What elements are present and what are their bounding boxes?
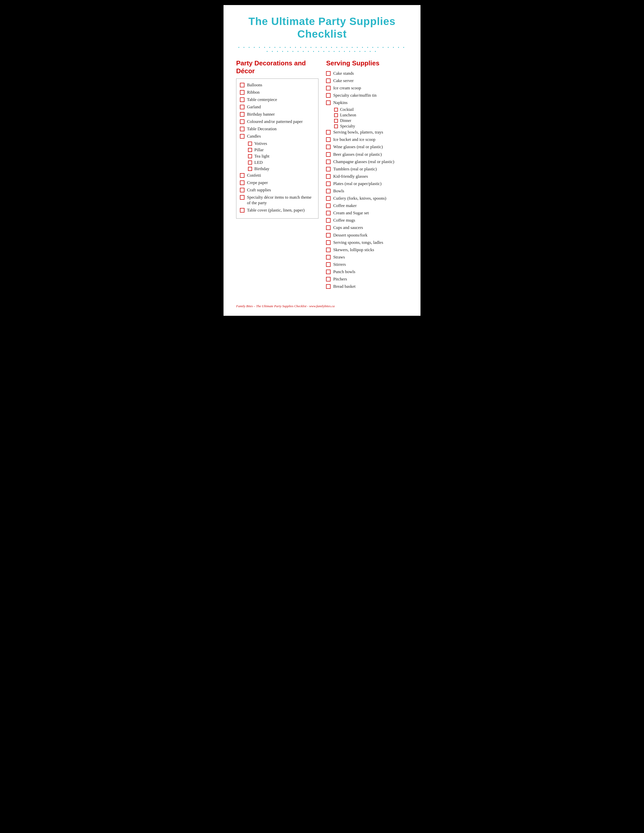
list-item[interactable]: Cake server: [326, 78, 408, 84]
list-item[interactable]: Cream and Sugar set: [326, 210, 408, 216]
list-item[interactable]: Votives: [248, 141, 314, 146]
list-item[interactable]: LED: [248, 160, 314, 165]
list-item[interactable]: Bread basket: [326, 284, 408, 289]
list-item[interactable]: Balloons: [240, 82, 314, 88]
checkbox-candles[interactable]: [240, 134, 245, 138]
checkbox-balloons[interactable]: [240, 83, 245, 87]
checkbox-cake-stands[interactable]: [326, 71, 331, 76]
list-item[interactable]: Punch bowls: [326, 269, 408, 275]
list-item[interactable]: Cups and saucers: [326, 225, 408, 230]
checkbox-specialty-cake[interactable]: [326, 93, 331, 98]
checkbox-pillar[interactable]: [248, 148, 252, 152]
checkbox-ice-cream-scoop[interactable]: [326, 86, 331, 90]
list-item[interactable]: Birthday banner: [240, 112, 314, 117]
list-item[interactable]: Cake stands: [326, 71, 408, 76]
checkbox-birthday-candle[interactable]: [248, 167, 252, 171]
list-item[interactable]: Pillar: [248, 148, 314, 153]
checkbox-specialty-decor[interactable]: [240, 195, 245, 199]
list-item[interactable]: Ice bucket and ice scoop: [326, 137, 408, 142]
checkbox-skewers[interactable]: [326, 248, 331, 252]
checkbox-led[interactable]: [248, 161, 252, 165]
list-item[interactable]: Table centerpiece: [240, 97, 314, 103]
list-item[interactable]: Cocktail: [334, 107, 408, 112]
checkbox-cake-server[interactable]: [326, 79, 331, 83]
checkbox-plates[interactable]: [326, 182, 331, 186]
checkbox-stirrers[interactable]: [326, 262, 331, 267]
list-item[interactable]: Plates (real or paper/plastic): [326, 181, 408, 187]
list-item[interactable]: Serving spoons, tongs, ladles: [326, 240, 408, 245]
checkbox-cream-sugar[interactable]: [326, 211, 331, 215]
list-item[interactable]: Dessert spoons/fork: [326, 233, 408, 238]
checkbox-punch-bowls[interactable]: [326, 270, 331, 274]
checkbox-craft-supplies[interactable]: [240, 188, 245, 192]
item-label-garland: Garland: [247, 104, 314, 110]
checkbox-beer-glasses[interactable]: [326, 152, 331, 157]
checkbox-napkins[interactable]: [326, 100, 331, 105]
list-item[interactable]: Table cover (plastic, linen, paper): [240, 207, 314, 213]
list-item[interactable]: Garland: [240, 104, 314, 110]
list-item[interactable]: Napkins: [326, 100, 408, 106]
checkbox-champagne-glasses[interactable]: [326, 159, 331, 164]
list-item[interactable]: Ice cream scoop: [326, 85, 408, 91]
list-item[interactable]: Specialty: [334, 124, 408, 129]
checkbox-coloured-paper[interactable]: [240, 119, 245, 124]
checkbox-pitchers[interactable]: [326, 277, 331, 281]
checkbox-luncheon[interactable]: [334, 113, 338, 117]
list-item[interactable]: Candles: [240, 133, 314, 139]
checkbox-dessert-spoons[interactable]: [326, 233, 331, 238]
checkbox-ice-bucket[interactable]: [326, 137, 331, 142]
checkbox-wine-glasses[interactable]: [326, 145, 331, 149]
list-item[interactable]: Coffee mugs: [326, 217, 408, 223]
list-item[interactable]: Table Decoration: [240, 126, 314, 132]
list-item[interactable]: Tea light: [248, 154, 314, 159]
checkbox-table-centerpiece[interactable]: [240, 97, 245, 102]
checkbox-table-decoration[interactable]: [240, 127, 245, 131]
checkbox-cocktail[interactable]: [334, 108, 338, 112]
list-item[interactable]: Cutlery (forks, knives, spoons): [326, 196, 408, 201]
checkbox-straws[interactable]: [326, 255, 331, 259]
checkbox-cutlery[interactable]: [326, 196, 331, 201]
list-item[interactable]: Dinner: [334, 118, 408, 123]
list-item[interactable]: Kid-friendly glasses: [326, 174, 408, 179]
list-item[interactable]: Craft supplies: [240, 187, 314, 193]
list-item[interactable]: Serving bowls, platters, trays: [326, 130, 408, 135]
list-item[interactable]: Ribbon: [240, 90, 314, 95]
checkbox-serving-bowls[interactable]: [326, 130, 331, 135]
checkbox-tea-light[interactable]: [248, 154, 252, 158]
checkbox-coffee-maker[interactable]: [326, 203, 331, 208]
checkbox-bowls[interactable]: [326, 189, 331, 193]
checkbox-dinner[interactable]: [334, 119, 338, 123]
checkbox-votives[interactable]: [248, 142, 252, 146]
checkbox-tumblers[interactable]: [326, 167, 331, 171]
checkbox-ribbon[interactable]: [240, 90, 245, 95]
list-item[interactable]: Bowls: [326, 188, 408, 194]
list-item[interactable]: Crepe paper: [240, 180, 314, 185]
list-item[interactable]: Specialty cake/muffin tin: [326, 93, 408, 98]
checkbox-serving-spoons[interactable]: [326, 240, 331, 245]
list-item[interactable]: Stirrers: [326, 262, 408, 267]
checkbox-table-cover[interactable]: [240, 208, 245, 212]
list-item[interactable]: Pitchers: [326, 277, 408, 282]
list-item[interactable]: Coffee maker: [326, 203, 408, 209]
checkbox-cups-saucers[interactable]: [326, 225, 331, 230]
list-item[interactable]: Wine glasses (real or plastic): [326, 144, 408, 150]
list-item[interactable]: Specialty décor items to match theme of …: [240, 195, 314, 206]
checkbox-birthday-banner[interactable]: [240, 112, 245, 117]
list-item[interactable]: Straws: [326, 254, 408, 260]
list-item[interactable]: Champagne glasses (real or plastic): [326, 159, 408, 165]
checkbox-crepe-paper[interactable]: [240, 180, 245, 185]
checkbox-coffee-mugs[interactable]: [326, 218, 331, 223]
list-item[interactable]: Coloured and/or patterned paper: [240, 119, 314, 124]
item-label-coffee-mugs: Coffee mugs: [333, 217, 408, 223]
checkbox-specialty-napkin[interactable]: [334, 124, 338, 128]
list-item[interactable]: Confetti: [240, 173, 314, 178]
checkbox-kid-glasses[interactable]: [326, 174, 331, 179]
list-item[interactable]: Skewers, lollipop sticks: [326, 247, 408, 252]
list-item[interactable]: Birthday: [248, 166, 314, 171]
checkbox-bread-basket[interactable]: [326, 284, 331, 289]
list-item[interactable]: Luncheon: [334, 113, 408, 117]
list-item[interactable]: Tumblers (real or plastic): [326, 166, 408, 172]
checkbox-garland[interactable]: [240, 105, 245, 109]
checkbox-confetti[interactable]: [240, 173, 245, 178]
list-item[interactable]: Beer glasses (real or plastic): [326, 152, 408, 157]
